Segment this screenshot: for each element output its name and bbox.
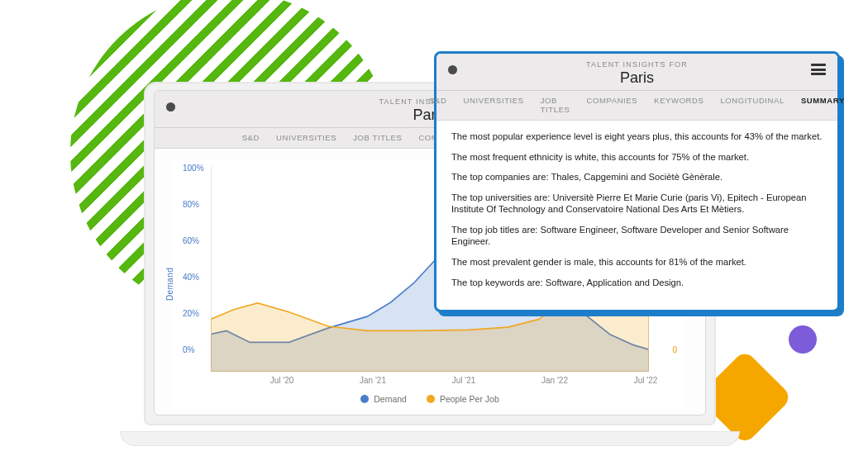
tab-universities[interactable]: UNIVERSITIES [464,96,524,114]
decorative-purple-dot [789,325,817,354]
legend-label-demand: Demand [374,394,407,404]
popup-titlebar: TALENT INSIGHTS FOR Paris [436,54,837,91]
tab-sd[interactable]: S&D [429,96,446,114]
titlebar-eyebrow: TALENT INSIGHTS FOR [448,60,826,69]
legend-swatch-demand [360,395,369,403]
summary-line: The most popular experience level is eig… [451,131,823,143]
y1-tick: 100% [183,164,204,173]
y1-axis-label: Demand [165,268,174,301]
tab-summary[interactable]: SUMMARY [801,96,845,114]
titlebar-city: Paris [448,69,826,87]
chart-legend: Demand People Per Job [174,394,685,404]
popup-tab-bar: S&D UNIVERSITIES JOB TITLES COMPANIES KE… [436,91,837,121]
summary-line: The most prevalent gender is male, this … [451,256,823,268]
laptop-base [120,431,740,446]
summary-line: The top universities are: Universitè Pie… [451,192,823,216]
x-tick: Jan '22 [541,376,568,385]
tab-longitudinal[interactable]: LONGITUDINAL [720,96,784,114]
window-dot-icon [448,65,457,74]
x-tick: Jul '22 [634,376,658,385]
tab-sd[interactable]: S&D [242,133,260,142]
tab-job-titles[interactable]: JOB TITLES [353,133,402,142]
legend-swatch-people [427,395,435,403]
y1-tick: 60% [183,236,199,245]
hamburger-icon[interactable] [811,64,826,75]
x-tick: Jan '21 [360,376,386,385]
x-tick: Jul '21 [452,376,476,385]
summary-line: The most frequent ethnicity is white, th… [451,151,823,164]
y1-tick: 40% [183,273,199,282]
y1-tick: 20% [183,309,199,318]
y1-tick: 80% [183,200,199,209]
tab-universities[interactable]: UNIVERSITIES [276,133,336,142]
tab-companies[interactable]: COMPANIES [587,96,638,114]
x-tick: Jul '20 [270,376,294,385]
summary-line: The top keywords are: Software, Applicat… [451,277,823,289]
summary-line: The top job titles are: Software Enginee… [451,224,823,248]
tab-keywords[interactable]: KEYWORDS [654,96,703,114]
summary-body: The most popular experience level is eig… [436,121,837,310]
legend-label-people: People Per Job [440,394,499,404]
window-dot-icon [166,102,175,112]
y2-tick: 0 [672,345,677,354]
summary-line: The top companies are: Thales, Capgemini… [451,171,823,183]
tab-job-titles[interactable]: JOB TITLES [541,96,570,114]
insights-window-summary: TALENT INSIGHTS FOR Paris S&D UNIVERSITI… [434,51,840,312]
y1-tick: 0% [183,345,194,354]
